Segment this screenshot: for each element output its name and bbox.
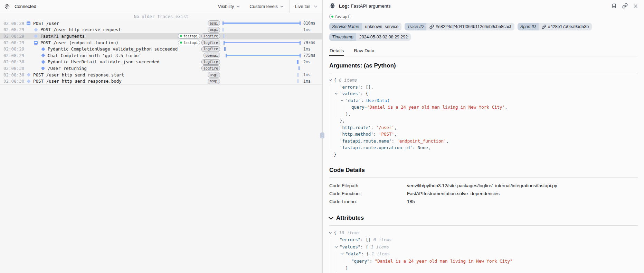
chip-row: Timestamp2024-05-03 02:08:29.292 (329, 33, 644, 41)
span-diamond-icon (41, 47, 45, 51)
code-token: : None, (413, 145, 431, 150)
trace-row[interactable]: 02:08:30POST /user http send response.bo… (0, 78, 322, 84)
chip-value[interactable]: #e8224d24d41f064b112c6eb9cb58cacf (426, 23, 514, 30)
metadata-chip: Service Nameunknown_service (329, 23, 401, 30)
code-detail-value: 185 (407, 198, 415, 206)
chip-row: Service Nameunknown_serviceTrace ID#e822… (329, 23, 644, 30)
trace-panel-toolbar: Connected Visibility Custom levels Live … (0, 0, 322, 13)
settings-button[interactable] (4, 3, 10, 9)
collapse-minus-icon[interactable] (27, 21, 30, 25)
trace-row-time: 02:08:30 (3, 72, 22, 78)
chip-label: Trace ID (405, 23, 426, 30)
trace-row[interactable]: 02:08:29POST /user http receive requesta… (0, 27, 322, 33)
panel-resize-handle[interactable] (320, 133, 324, 138)
trace-row-list: 02:08:29POST /userasgi810ms02:08:29POST … (0, 20, 322, 85)
tree-chevron-icon[interactable] (335, 93, 340, 94)
green-dot-icon (180, 35, 182, 37)
trace-row[interactable]: 02:08:29POST /user (endpoint_function)fa… (0, 39, 322, 46)
tag-fastapi: fastapi (178, 33, 200, 39)
trace-row[interactable]: 02:08:30POST /user http send response.st… (0, 72, 322, 78)
trace-row[interactable]: 02:08:30/User returninglogfire (0, 65, 322, 72)
indent-guide (331, 236, 335, 244)
chip-label: Service Name (329, 23, 362, 30)
trace-row-tags: asgi (208, 27, 220, 33)
visibility-dropdown[interactable]: Visibility (218, 4, 240, 9)
tag-logfire: logfire (201, 59, 220, 65)
chip-value-text: 2024-05-03 02:08:29.292 (359, 33, 408, 41)
code-token: 0 items (373, 237, 392, 242)
log-title: FastAPI arguments (351, 3, 391, 9)
indent-guide (331, 243, 335, 251)
indent-guide (331, 84, 335, 91)
code-line: query='Daniel is a 24 year old man livin… (329, 104, 644, 111)
code-token: 'values' (340, 91, 360, 96)
trace-row[interactable]: 02:08:29Pydantic CompletionUsage validat… (0, 46, 322, 52)
tree-chevron-icon[interactable] (341, 253, 345, 254)
code-token: : { (360, 91, 368, 96)
tag-asgi: asgi (208, 20, 220, 26)
drag-dots-icon (322, 134, 322, 135)
duration-bar-cap (226, 54, 227, 57)
indent-guide (331, 111, 335, 118)
chip-value[interactable]: #428e17a0ea9ad53b (539, 23, 592, 30)
fastapi-tag: fastapi (329, 14, 351, 19)
trace-row-time: 02:08:29 (3, 40, 22, 45)
code-line: ), (329, 111, 644, 118)
circle-light-icon (34, 35, 38, 38)
tree-chevron-icon[interactable] (341, 100, 345, 101)
tab-raw-data[interactable]: Raw Data (353, 46, 375, 56)
chip-value: unknown_service (362, 23, 402, 30)
trace-row-label: Pydantic UserDetail validate_json succee… (48, 59, 199, 64)
duration-timeline (222, 52, 301, 59)
bug-icon (329, 3, 336, 9)
trace-row-label: POST /user http send response.start (33, 72, 206, 78)
code-token: : [], (360, 84, 373, 90)
code-token: { (334, 78, 339, 83)
code-token: ), (345, 111, 351, 117)
trace-row[interactable]: 02:08:30Pydantic UserDetail validate_jso… (0, 59, 322, 65)
tree-chevron-icon[interactable] (329, 232, 334, 233)
live-tail-dropdown[interactable]: Live tail (289, 0, 322, 13)
tree-chevron-icon[interactable] (329, 80, 334, 81)
code-token: }, (340, 118, 345, 123)
code-detail-row: Code Lineno:185 (329, 198, 644, 206)
indent-guide (331, 97, 335, 104)
trace-row-label: POST /user http send response.body (33, 79, 206, 84)
attributes-heading[interactable]: Attributes (329, 215, 638, 226)
span-diamond-icon (41, 54, 45, 57)
green-dot-icon (331, 16, 333, 18)
duration-bar-cap (300, 54, 301, 57)
trace-row-duration: 1ms (301, 79, 320, 84)
diamond-icon (41, 54, 45, 57)
code-token: { (334, 230, 339, 235)
trace-row-label: FastAPI arguments (40, 34, 176, 39)
tag-fastapi: fastapi (178, 40, 200, 45)
code-token: "errors" (340, 237, 360, 242)
trace-row-label: POST /user (endpoint_function) (40, 40, 176, 45)
panel-layout-icon[interactable] (612, 3, 617, 9)
code-detail-label: Code Lineno: (329, 198, 407, 206)
code-token: 'errors' (340, 84, 360, 90)
trace-row[interactable]: 02:08:29POST /userasgi810ms (0, 20, 322, 27)
tree-chevron-icon[interactable] (335, 246, 340, 247)
chevron-down-icon (314, 5, 318, 8)
trace-row[interactable]: 02:08:29Chat Completion with 'gpt-3.5-tu… (0, 52, 322, 59)
indent-guide (337, 257, 341, 265)
custom-levels-dropdown[interactable]: Custom levels (249, 4, 289, 9)
link-icon[interactable] (622, 3, 628, 9)
trace-row-duration: 1ms (301, 47, 320, 52)
tab-details[interactable]: Details (329, 46, 344, 56)
close-icon[interactable] (633, 4, 638, 8)
collapse-minus-icon[interactable] (34, 41, 38, 45)
code-detail-value: venv/lib/python3.12/site-packages/logfir… (407, 182, 557, 190)
tag-logfire: logfire (201, 46, 220, 52)
tag-asgi: asgi (208, 27, 220, 33)
tag-label: fastapi (183, 41, 198, 45)
metadata-chip[interactable]: Trace ID#e8224d24d41f064b112c6eb9cb58cac… (405, 23, 514, 30)
metadata-chip[interactable]: Span ID#428e17a0ea9ad53b (518, 23, 592, 30)
circle-icon (41, 67, 45, 70)
code-token: "Daniel is a 24 year old man living in N… (375, 258, 513, 264)
trace-row[interactable]: 02:08:29FastAPI argumentsfastapilogfire (0, 33, 322, 39)
log-circle-icon (34, 35, 37, 38)
trace-row-label: Pydantic CompletionUsage validate_python… (48, 46, 199, 52)
